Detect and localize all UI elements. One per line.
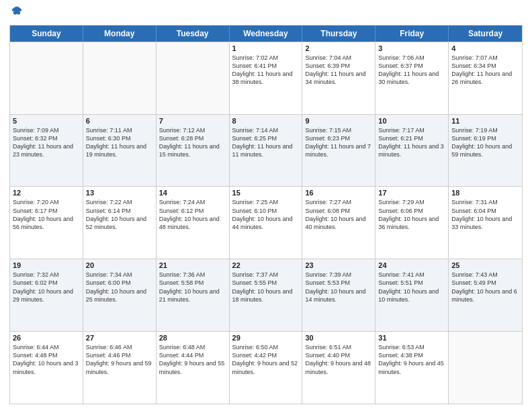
day-number: 4 — [451, 44, 519, 52]
day-number: 18 — [451, 189, 519, 197]
day-number: 17 — [378, 189, 445, 197]
cal-cell-empty — [10, 42, 83, 114]
cell-info: Sunrise: 7:15 AM Sunset: 6:23 PM Dayligh… — [305, 126, 372, 159]
day-number: 12 — [13, 189, 80, 197]
cell-info: Sunrise: 7:07 AM Sunset: 6:34 PM Dayligh… — [451, 54, 519, 87]
cell-info: Sunrise: 7:09 AM Sunset: 6:32 PM Dayligh… — [13, 126, 80, 159]
day-number: 5 — [13, 117, 80, 125]
header-saturday: Saturday — [449, 26, 522, 42]
day-number: 30 — [305, 334, 372, 342]
cell-info: Sunrise: 7:32 AM Sunset: 6:02 PM Dayligh… — [13, 271, 80, 304]
day-number: 15 — [232, 189, 300, 197]
day-number: 21 — [159, 261, 226, 269]
cell-info: Sunrise: 7:24 AM Sunset: 6:12 PM Dayligh… — [159, 198, 226, 231]
cell-info: Sunrise: 7:41 AM Sunset: 5:51 PM Dayligh… — [378, 271, 445, 304]
week-row-3: 12Sunrise: 7:20 AM Sunset: 6:17 PM Dayli… — [10, 186, 522, 259]
day-number: 3 — [378, 44, 445, 52]
cell-info: Sunrise: 7:22 AM Sunset: 6:14 PM Dayligh… — [86, 198, 153, 231]
day-number: 31 — [378, 334, 445, 342]
cal-cell-6: 6Sunrise: 7:11 AM Sunset: 6:30 PM Daylig… — [83, 115, 157, 187]
cell-info: Sunrise: 7:39 AM Sunset: 5:53 PM Dayligh… — [305, 271, 372, 304]
cell-info: Sunrise: 7:36 AM Sunset: 5:58 PM Dayligh… — [159, 271, 226, 304]
day-number: 1 — [232, 44, 300, 52]
cell-info: Sunrise: 6:46 AM Sunset: 4:46 PM Dayligh… — [86, 343, 153, 376]
cal-cell-25: 25Sunrise: 7:43 AM Sunset: 5:49 PM Dayli… — [449, 259, 522, 331]
cal-cell-31: 31Sunrise: 6:53 AM Sunset: 4:38 PM Dayli… — [375, 332, 449, 404]
cal-cell-17: 17Sunrise: 7:29 AM Sunset: 6:06 PM Dayli… — [375, 187, 449, 259]
day-number: 10 — [378, 117, 445, 125]
cell-info: Sunrise: 7:37 AM Sunset: 5:55 PM Dayligh… — [232, 271, 300, 304]
week-row-5: 26Sunrise: 6:44 AM Sunset: 4:48 PM Dayli… — [10, 331, 522, 404]
logo-bird-icon — [11, 5, 23, 17]
cell-info: Sunrise: 7:31 AM Sunset: 6:04 PM Dayligh… — [451, 198, 519, 231]
header-friday: Friday — [375, 26, 449, 42]
cal-cell-3: 3Sunrise: 7:06 AM Sunset: 6:37 PM Daylig… — [375, 42, 449, 114]
cal-cell-24: 24Sunrise: 7:41 AM Sunset: 5:51 PM Dayli… — [375, 259, 449, 331]
cal-cell-23: 23Sunrise: 7:39 AM Sunset: 5:53 PM Dayli… — [302, 259, 375, 331]
day-number: 29 — [232, 334, 300, 342]
cal-cell-28: 28Sunrise: 6:48 AM Sunset: 4:44 PM Dayli… — [157, 332, 230, 404]
cal-cell-empty — [83, 42, 157, 114]
cal-cell-2: 2Sunrise: 7:04 AM Sunset: 6:39 PM Daylig… — [302, 42, 375, 114]
cell-info: Sunrise: 6:51 AM Sunset: 4:40 PM Dayligh… — [305, 343, 372, 376]
cal-cell-1: 1Sunrise: 7:02 AM Sunset: 6:41 PM Daylig… — [230, 42, 303, 114]
cal-cell-19: 19Sunrise: 7:32 AM Sunset: 6:02 PM Dayli… — [10, 259, 83, 331]
cell-info: Sunrise: 7:14 AM Sunset: 6:25 PM Dayligh… — [232, 126, 300, 159]
day-number: 11 — [451, 117, 519, 125]
cell-info: Sunrise: 6:53 AM Sunset: 4:38 PM Dayligh… — [378, 343, 445, 376]
cell-info: Sunrise: 7:04 AM Sunset: 6:39 PM Dayligh… — [305, 54, 372, 87]
day-number: 25 — [451, 261, 519, 269]
day-number: 23 — [305, 261, 372, 269]
cal-cell-15: 15Sunrise: 7:25 AM Sunset: 6:10 PM Dayli… — [230, 187, 303, 259]
cal-cell-16: 16Sunrise: 7:27 AM Sunset: 6:08 PM Dayli… — [302, 187, 375, 259]
calendar-header-row: SundayMondayTuesdayWednesdayThursdayFrid… — [10, 26, 522, 42]
cal-cell-29: 29Sunrise: 6:50 AM Sunset: 4:42 PM Dayli… — [230, 332, 303, 404]
header-tuesday: Tuesday — [157, 26, 230, 42]
day-number: 2 — [305, 44, 372, 52]
cell-info: Sunrise: 7:11 AM Sunset: 6:30 PM Dayligh… — [86, 126, 153, 159]
day-number: 7 — [159, 117, 226, 125]
cal-cell-14: 14Sunrise: 7:24 AM Sunset: 6:12 PM Dayli… — [157, 187, 230, 259]
cell-info: Sunrise: 7:27 AM Sunset: 6:08 PM Dayligh… — [305, 198, 372, 231]
cell-info: Sunrise: 7:06 AM Sunset: 6:37 PM Dayligh… — [378, 54, 445, 87]
day-number: 13 — [86, 189, 153, 197]
cal-cell-20: 20Sunrise: 7:34 AM Sunset: 6:00 PM Dayli… — [83, 259, 157, 331]
cal-cell-26: 26Sunrise: 6:44 AM Sunset: 4:48 PM Dayli… — [10, 332, 83, 404]
cal-cell-30: 30Sunrise: 6:51 AM Sunset: 4:40 PM Dayli… — [302, 332, 375, 404]
cell-info: Sunrise: 7:43 AM Sunset: 5:49 PM Dayligh… — [451, 271, 519, 304]
cal-cell-4: 4Sunrise: 7:07 AM Sunset: 6:34 PM Daylig… — [449, 42, 522, 114]
cell-info: Sunrise: 7:19 AM Sunset: 6:19 PM Dayligh… — [451, 126, 519, 159]
day-number: 8 — [232, 117, 300, 125]
calendar-body: 1Sunrise: 7:02 AM Sunset: 6:41 PM Daylig… — [10, 42, 522, 404]
cal-cell-10: 10Sunrise: 7:17 AM Sunset: 6:21 PM Dayli… — [375, 115, 449, 187]
day-number: 20 — [86, 261, 153, 269]
day-number: 26 — [13, 334, 80, 342]
cell-info: Sunrise: 7:34 AM Sunset: 6:00 PM Dayligh… — [86, 271, 153, 304]
cal-cell-27: 27Sunrise: 6:46 AM Sunset: 4:46 PM Dayli… — [83, 332, 157, 404]
cell-info: Sunrise: 7:20 AM Sunset: 6:17 PM Dayligh… — [13, 198, 80, 231]
day-number: 16 — [305, 189, 372, 197]
cal-cell-5: 5Sunrise: 7:09 AM Sunset: 6:32 PM Daylig… — [10, 115, 83, 187]
page: SundayMondayTuesdayWednesdayThursdayFrid… — [0, 0, 532, 411]
day-number: 24 — [378, 261, 445, 269]
cell-info: Sunrise: 7:29 AM Sunset: 6:06 PM Dayligh… — [378, 198, 445, 231]
cal-cell-7: 7Sunrise: 7:12 AM Sunset: 6:28 PM Daylig… — [157, 115, 230, 187]
day-number: 9 — [305, 117, 372, 125]
day-number: 6 — [86, 117, 153, 125]
cal-cell-12: 12Sunrise: 7:20 AM Sunset: 6:17 PM Dayli… — [10, 187, 83, 259]
logo — [9, 7, 23, 21]
cell-info: Sunrise: 6:48 AM Sunset: 4:44 PM Dayligh… — [159, 343, 226, 376]
header-sunday: Sunday — [10, 26, 83, 42]
header-wednesday: Wednesday — [230, 26, 303, 42]
cell-info: Sunrise: 7:02 AM Sunset: 6:41 PM Dayligh… — [232, 54, 300, 87]
logo-text — [9, 7, 23, 21]
week-row-4: 19Sunrise: 7:32 AM Sunset: 6:02 PM Dayli… — [10, 259, 522, 331]
day-number: 14 — [159, 189, 226, 197]
cal-cell-21: 21Sunrise: 7:36 AM Sunset: 5:58 PM Dayli… — [157, 259, 230, 331]
cell-info: Sunrise: 7:12 AM Sunset: 6:28 PM Dayligh… — [159, 126, 226, 159]
cal-cell-18: 18Sunrise: 7:31 AM Sunset: 6:04 PM Dayli… — [449, 187, 522, 259]
cal-cell-22: 22Sunrise: 7:37 AM Sunset: 5:55 PM Dayli… — [230, 259, 303, 331]
cell-info: Sunrise: 7:17 AM Sunset: 6:21 PM Dayligh… — [378, 126, 445, 159]
day-number: 28 — [159, 334, 226, 342]
day-number: 22 — [232, 261, 300, 269]
